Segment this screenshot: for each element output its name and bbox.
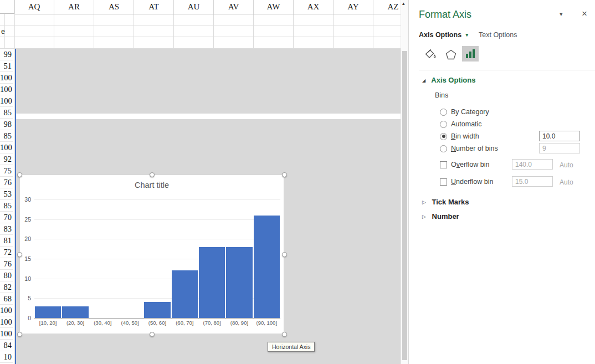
selection-handle[interactable] [17, 172, 22, 177]
checkbox-icon[interactable] [440, 178, 447, 186]
scrollbar-thumb[interactable] [402, 51, 407, 360]
cell[interactable]: 84 [0, 340, 13, 351]
histogram-bar[interactable] [172, 270, 198, 318]
checkbox-underflow-bin[interactable]: Underflow bin [440, 177, 493, 186]
effects-icon[interactable] [443, 48, 459, 62]
column-header-AX[interactable]: AX [294, 0, 334, 14]
header-corner [0, 0, 14, 14]
scroll-up-icon[interactable]: ▴ [402, 0, 405, 7]
selection-handle[interactable] [282, 172, 287, 177]
column-header-AQ[interactable]: AQ [14, 0, 54, 14]
y-axis-label: 25 [20, 216, 31, 223]
histogram-bar[interactable] [226, 247, 252, 318]
x-axis-label: (90, 100] [253, 320, 280, 326]
cell[interactable]: 100 [0, 95, 13, 107]
cell[interactable]: 85 [0, 200, 13, 212]
fill-icon[interactable] [422, 48, 438, 62]
vertical-scrollbar[interactable]: ▴ [401, 0, 408, 364]
chart-icon[interactable] [462, 46, 479, 61]
grid-cells[interactable] [0, 14, 408, 49]
cell[interactable]: 68 [0, 293, 13, 305]
radio-by-category[interactable]: By Category [440, 107, 489, 116]
histogram-bar[interactable] [199, 247, 225, 318]
section-tick-marks[interactable]: ▷ Tick Marks [422, 198, 469, 206]
section-axis-options[interactable]: ◢ Axis Options [422, 76, 475, 84]
cell[interactable]: 100 [0, 316, 13, 328]
column-header-AW[interactable]: AW [254, 0, 294, 14]
radio-number-of-bins[interactable]: Number of bins [440, 144, 498, 153]
cell[interactable]: 53 [0, 188, 13, 200]
cell[interactable]: 100 [0, 84, 13, 95]
close-icon[interactable]: × [582, 8, 587, 19]
column-header-AV[interactable]: AV [214, 0, 254, 14]
underflow-bin-label: Underflow bin [451, 178, 493, 186]
cell[interactable]: 51 [0, 60, 13, 72]
cell[interactable]: 76 [0, 177, 13, 188]
radio-icon[interactable] [440, 145, 447, 152]
y-axis-label: 20 [20, 235, 31, 242]
cell[interactable]: 98 [0, 119, 13, 130]
data-column: 9951100100100859885100927576538570838172… [0, 49, 13, 363]
cell[interactable]: 75 [0, 165, 13, 177]
cell[interactable]: 99 [0, 49, 13, 60]
selection-handle[interactable] [150, 332, 155, 337]
cell[interactable]: 85 [0, 107, 13, 119]
tab-axis-options-label: Axis Options [419, 31, 461, 39]
overflow-bin-input[interactable] [512, 159, 553, 170]
cell[interactable]: 100 [0, 142, 13, 153]
cell[interactable]: 92 [0, 153, 13, 165]
histogram-bar[interactable] [254, 216, 280, 318]
partial-cell-text[interactable]: e [1, 25, 5, 37]
checkbox-icon[interactable] [440, 161, 447, 168]
cell[interactable]: 81 [0, 235, 13, 247]
selection-handle[interactable] [282, 332, 287, 337]
radio-automatic[interactable]: Automatic [440, 120, 482, 129]
y-axis-label: 15 [20, 255, 31, 262]
column-header-AT[interactable]: AT [134, 0, 174, 14]
selection-handle[interactable] [17, 332, 22, 337]
histogram-chart[interactable]: Chart title [10, 20](20, 30](30, 40](40,… [19, 175, 284, 334]
radio-icon[interactable] [440, 109, 447, 116]
cell[interactable]: 82 [0, 281, 13, 293]
radio-selected-icon[interactable] [440, 133, 447, 140]
column-header-row: AQARASATAUAVAWAXAYAZ [14, 0, 408, 14]
histogram-bar[interactable] [144, 302, 170, 318]
number-of-bins-input[interactable] [539, 143, 580, 153]
tab-axis-options[interactable]: Axis Options ▾ [419, 31, 468, 39]
column-header-AR[interactable]: AR [54, 0, 94, 14]
radio-bin-width[interactable]: Bin width [440, 132, 479, 141]
bin-width-input[interactable] [539, 131, 580, 141]
cell[interactable]: 100 [0, 305, 13, 316]
tab-text-options[interactable]: Text Options [479, 31, 517, 39]
cell[interactable]: 70 [0, 212, 13, 223]
histogram-bar[interactable] [62, 306, 88, 318]
radio-icon[interactable] [440, 121, 447, 128]
cell[interactable]: 85 [0, 130, 13, 142]
section-number[interactable]: ▷ Number [422, 212, 459, 221]
cell[interactable]: 76 [0, 258, 13, 270]
cell[interactable]: 83 [0, 223, 13, 235]
by-category-label: By Category [451, 108, 489, 116]
column-header-AU[interactable]: AU [174, 0, 214, 14]
selection-handle[interactable] [150, 172, 155, 177]
expand-triangle-icon: ▷ [422, 214, 426, 219]
cell[interactable]: 10 [0, 351, 13, 363]
column-header-AS[interactable]: AS [94, 0, 134, 14]
chart-plot-area[interactable] [34, 199, 280, 319]
horizontal-axis[interactable]: [10, 20](20, 30](30, 40](40, 50](50, 60]… [34, 320, 280, 326]
checkbox-overflow-bin[interactable]: Overflow bin [440, 160, 489, 169]
chart-title[interactable]: Chart title [20, 181, 284, 189]
cell[interactable]: 100 [0, 72, 13, 84]
histogram-bar[interactable] [35, 306, 61, 318]
pane-menu-chevron-icon[interactable]: ▾ [560, 11, 563, 18]
spreadsheet: AQARASATAUAVAWAXAYAZ e 99511001001008598… [0, 0, 408, 364]
chevron-down-icon: ▾ [466, 32, 469, 38]
bin-width-label: Bin width [451, 132, 479, 140]
cell[interactable]: 72 [0, 247, 13, 258]
column-header-AY[interactable]: AY [334, 0, 373, 14]
cell[interactable]: 100 [0, 328, 13, 340]
selection-handle[interactable] [17, 252, 22, 257]
underflow-bin-input[interactable] [512, 176, 553, 187]
selection-handle[interactable] [282, 252, 287, 257]
cell[interactable]: 80 [0, 270, 13, 281]
